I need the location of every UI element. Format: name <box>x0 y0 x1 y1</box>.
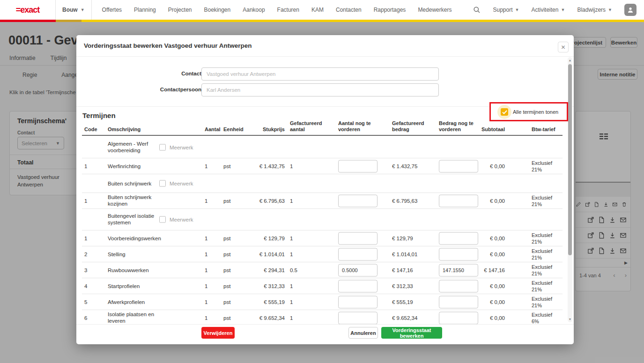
col-aantal-nog-te-vorderen: Aantal nog te vorderen <box>338 120 378 133</box>
nav-item-boekingen[interactable]: Boekingen <box>204 7 230 13</box>
termijn-row: 1Voorbereidingswerken1pst€ 129,791€ 129,… <box>82 230 563 246</box>
termijn-stukprijs: € 312,33 <box>251 282 285 289</box>
termijn-name: Stelling <box>108 251 160 258</box>
termijn-row: 1Buiten schrijnwerk kozijnen1pst€ 6.795,… <box>82 193 563 209</box>
meerwerk-checkbox[interactable] <box>159 144 166 151</box>
alle-termijnen-checkbox[interactable] <box>501 108 508 116</box>
termijn-subtotaal: € 0,00 <box>470 298 505 305</box>
termijn-aantal: 1 <box>205 282 223 289</box>
scroll-down-icon[interactable]: ▼ <box>568 318 572 321</box>
termijn-gefactureerd-bedrag: € 129,79 <box>392 235 435 242</box>
termijn-stukprijs: € 1.014,01 <box>251 251 285 258</box>
nav-menu: OffertesPlanningProjectenBoekingenAankoo… <box>102 7 452 13</box>
termijn-name: Voorbereidingswerken <box>108 235 160 242</box>
aantal-nog-cell <box>338 160 378 172</box>
aantal-nog-cell <box>338 311 378 324</box>
col-gefactureerd-bedrag: Gefactureerd bedrag <box>392 120 435 133</box>
contact-field-label: Contact <box>94 71 201 76</box>
modal-scrollbar[interactable]: ▲ ▼ <box>568 57 572 322</box>
alle-termijnen-label: Alle termijnen tonen <box>513 109 558 115</box>
scrollbar-thumb[interactable] <box>568 64 572 255</box>
nav-item-projecten[interactable]: Projecten <box>168 7 192 13</box>
activiteiten-menu[interactable]: Activiteiten▼ <box>531 7 565 13</box>
nav-item-contacten[interactable]: Contacten <box>336 7 362 13</box>
termijn-btw: Exclusief6% <box>532 311 563 324</box>
termijn-gefactureerd-bedrag: € 9.652,34 <box>392 314 435 321</box>
aantal-nog-input[interactable] <box>338 160 378 172</box>
vorderingsstaat-modal: Vorderingsstaat bewerken Vastgoed verhuu… <box>76 35 574 344</box>
nav-item-kam[interactable]: KAM <box>311 7 324 13</box>
termijn-stukprijs: € 129,79 <box>251 235 285 242</box>
termijn-code: 4 <box>84 282 105 289</box>
contact-input[interactable] <box>201 67 439 81</box>
chevron-down-icon: ▼ <box>515 7 519 12</box>
close-icon[interactable]: ✕ <box>558 42 569 52</box>
support-menu[interactable]: Support▼ <box>493 7 519 13</box>
termijn-stukprijs: € 6.795,63 <box>251 197 285 204</box>
termijn-aantal: 1 <box>205 235 223 242</box>
nav-item-aankoop[interactable]: Aankoop <box>243 7 265 13</box>
verwijderen-button[interactable]: Verwijderen <box>201 327 235 339</box>
aantal-nog-input[interactable] <box>338 311 378 324</box>
termijn-gefactureerd-bedrag: € 147,16 <box>392 267 435 274</box>
termijn-stukprijs: € 1.432,75 <box>251 163 285 170</box>
aantal-nog-input[interactable] <box>338 232 378 244</box>
termijn-aantal: 1 <box>205 314 223 321</box>
aantal-nog-input[interactable] <box>338 248 378 260</box>
meerwerk-checkbox[interactable] <box>159 180 166 187</box>
check-icon <box>502 110 507 114</box>
termijnen-section-title: Termijnen <box>82 111 116 119</box>
termijn-btw: Exclusief21% <box>532 295 563 309</box>
termijn-name: Buiten schrijnwerk kozijnen <box>108 194 160 208</box>
termijn-gefactureerd-aantal: 1 <box>290 163 333 170</box>
col-subtotaal: Subtotaal <box>470 126 505 133</box>
col-omschrijving: Omschrijving <box>108 126 160 133</box>
termijn-gefactureerd-aantal: 1 <box>290 298 333 305</box>
termijn-gefactureerd-aantal: 0.5 <box>290 267 333 274</box>
termijn-code: 1 <box>84 235 105 242</box>
termijn-btw: Exclusief21% <box>532 279 563 293</box>
termijn-gefactureerd-aantal: 1 <box>290 251 333 258</box>
aantal-nog-input[interactable] <box>338 264 378 276</box>
termijn-aantal: 1 <box>205 251 223 258</box>
meerwerk-cell: Meerwerk <box>159 216 206 223</box>
submit-button[interactable]: Vorderingsstaat bewerken <box>381 327 442 339</box>
termijn-subtotaal: € 0,00 <box>470 197 505 204</box>
contactpersoon-input[interactable] <box>201 83 439 96</box>
nav-item-facturen[interactable]: Facturen <box>277 7 299 13</box>
aantal-nog-input[interactable] <box>338 194 378 207</box>
nav-item-rapportages[interactable]: Rapportages <box>374 7 406 13</box>
brand-colorbar <box>0 20 644 22</box>
termijn-row: 6Isolatie plaatsen en leveren1pst€ 9.652… <box>82 310 563 324</box>
termijn-row: 2Stelling1pst€ 1.014,011€ 1.014,01€ 0,00… <box>82 246 563 262</box>
group-row: Buitengevel isolatie systemenMeerwerk <box>82 209 563 230</box>
termijn-eenheid: pst <box>223 235 251 242</box>
meerwerk-checkbox[interactable] <box>159 216 166 223</box>
module-label: Bouw <box>62 7 78 13</box>
aantal-nog-input[interactable] <box>338 296 378 308</box>
nav-item-offertes[interactable]: Offertes <box>102 7 122 13</box>
user-avatar[interactable] <box>624 4 637 16</box>
termijn-gefactureerd-bedrag: € 312,33 <box>392 282 435 289</box>
bladwijzers-menu[interactable]: Bladwijzers▼ <box>577 7 612 13</box>
aantal-nog-input[interactable] <box>338 280 378 292</box>
nav-item-medewerkers[interactable]: Medewerkers <box>418 7 452 13</box>
module-selector-bouw[interactable]: Bouw ▼ <box>55 0 92 20</box>
termijn-subtotaal: € 0,00 <box>470 251 505 258</box>
termijn-stukprijs: € 294,31 <box>251 267 285 274</box>
annuleren-button[interactable]: Annuleren <box>348 327 378 339</box>
aantal-nog-cell <box>338 232 378 244</box>
termijn-name: Isolatie plaatsen en leveren <box>108 311 160 324</box>
termijn-subtotaal: € 0,00 <box>470 314 505 321</box>
termijn-gefactureerd-aantal: 1 <box>290 282 333 289</box>
nav-item-planning[interactable]: Planning <box>134 7 156 13</box>
col-stukprijs: Stukprijs <box>251 126 285 133</box>
termijn-eenheid: pst <box>223 298 251 305</box>
group-row: Algemeen - Werf voorbereidingMeerwerk <box>82 137 563 158</box>
scroll-up-icon[interactable]: ▲ <box>568 59 572 62</box>
search-icon[interactable] <box>473 6 481 14</box>
exact-logo[interactable]: =exact <box>0 5 55 15</box>
termijn-code: 1 <box>84 197 105 204</box>
chevron-down-icon: ▼ <box>608 7 612 12</box>
termijn-row: 5Afwerkprofielen1pst€ 555,191€ 555,19€ 0… <box>82 294 563 310</box>
